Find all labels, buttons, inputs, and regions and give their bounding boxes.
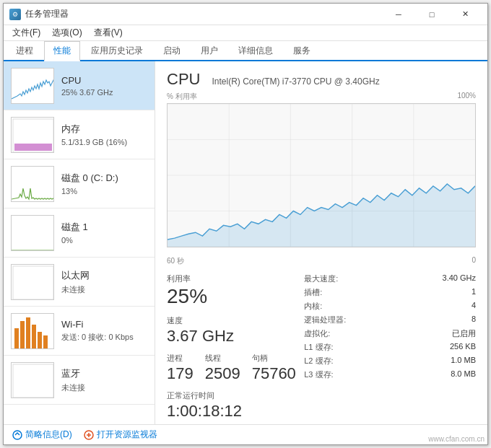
virt-value: 已启用 bbox=[452, 328, 476, 339]
svg-rect-7 bbox=[32, 325, 36, 348]
thread-value: 2509 bbox=[205, 364, 240, 383]
eth-mini-chart bbox=[11, 264, 54, 300]
l2-row: L2 缓存: 1.0 MB bbox=[304, 356, 476, 366]
mem-sidebar-info: 内存 5.1/31.9 GB (16%) bbox=[61, 123, 147, 146]
bt-sidebar-info: 蓝牙 未连接 bbox=[61, 367, 147, 393]
sidebar-item-disk0[interactable]: 磁盘 0 (C: D:) 13% bbox=[4, 159, 155, 208]
monitor-link[interactable]: 打开资源监视器 bbox=[84, 429, 157, 441]
disk1-value: 0% bbox=[61, 236, 147, 245]
wifi-label: Wi-Fi bbox=[61, 319, 147, 330]
sidebar-item-eth[interactable]: 以太网 未连接 bbox=[4, 258, 155, 307]
l3-value: 8.0 MB bbox=[451, 369, 476, 380]
main-panel: CPU Intel(R) Core(TM) i7-3770 CPU @ 3.40… bbox=[155, 61, 487, 424]
lp-value: 8 bbox=[472, 315, 476, 325]
svg-rect-1 bbox=[14, 144, 52, 151]
cpu-sidebar-info: CPU 25% 3.67 GHz bbox=[61, 75, 147, 97]
disk1-mini-chart bbox=[11, 215, 54, 251]
sidebar-item-wifi[interactable]: Wi-Fi 发送: 0 接收: 0 Kbps bbox=[4, 307, 155, 356]
handle-label: 句柄 bbox=[252, 353, 296, 364]
mem-mini-chart bbox=[11, 117, 54, 153]
sidebar-item-disk1[interactable]: 磁盘 1 0% bbox=[4, 208, 155, 258]
l3-label: L3 缓存: bbox=[304, 369, 333, 380]
disk0-sidebar-info: 磁盘 0 (C: D:) 13% bbox=[61, 172, 147, 196]
bt-mini-chart bbox=[11, 362, 54, 398]
wifi-mini-chart bbox=[11, 313, 54, 349]
sockets-label: 插槽: bbox=[304, 287, 322, 298]
sockets-value: 1 bbox=[472, 287, 476, 298]
tab-history[interactable]: 应用历史记录 bbox=[82, 41, 152, 60]
eth-label: 以太网 bbox=[61, 269, 147, 282]
l1-row: L1 缓存: 256 KB bbox=[304, 342, 476, 353]
x-start-label: 60 秒 bbox=[167, 256, 184, 266]
tab-users[interactable]: 用户 bbox=[191, 41, 227, 60]
menu-options[interactable]: 选项(O) bbox=[46, 25, 87, 40]
tab-process[interactable]: 进程 bbox=[6, 41, 43, 60]
l1-label: L1 缓存: bbox=[304, 342, 333, 353]
content-area: CPU 25% 3.67 GHz 内存 5.1/31.9 GB (16%) bbox=[4, 61, 487, 424]
app-icon: ⚙ bbox=[9, 9, 21, 20]
util-label: 利用率 bbox=[167, 273, 304, 284]
stats-col1: 利用率 25% 速度 3.67 GHz 进程 179 线程 bbox=[167, 273, 304, 424]
watermark: www.cfan.com.cn bbox=[428, 435, 485, 443]
utilization-block: 利用率 25% bbox=[167, 273, 304, 308]
menu-bar: 文件(F) 选项(O) 查看(V) bbox=[4, 25, 487, 41]
disk0-value: 13% bbox=[61, 187, 147, 196]
disk0-label: 磁盘 0 (C: D:) bbox=[61, 172, 147, 185]
disk1-label: 磁盘 1 bbox=[61, 221, 147, 234]
bt-label: 蓝牙 bbox=[61, 367, 147, 380]
sidebar-item-bt[interactable]: 蓝牙 未连接 bbox=[4, 356, 155, 405]
max-speed-row: 最大速度: 3.40 GHz bbox=[304, 273, 476, 284]
cpu-value: 25% 3.67 GHz bbox=[61, 88, 147, 97]
disk1-sidebar-info: 磁盘 1 0% bbox=[61, 221, 147, 245]
lp-row: 逻辑处理器: 8 bbox=[304, 315, 476, 325]
procs-row: 进程 179 线程 2509 句柄 75760 bbox=[167, 353, 304, 383]
monitor-label: 打开资源监视器 bbox=[97, 429, 157, 441]
sidebar-item-mem[interactable]: 内存 5.1/31.9 GB (16%) bbox=[4, 110, 155, 159]
uptime-label: 正常运行时间 bbox=[167, 390, 304, 401]
max-speed-label: 最大速度: bbox=[304, 273, 338, 284]
sockets-row: 插槽: 1 bbox=[304, 287, 476, 298]
util-value: 25% bbox=[167, 285, 304, 308]
cpu-label: CPU bbox=[61, 75, 147, 86]
main-header: CPU Intel(R) Core(TM) i7-3770 CPU @ 3.40… bbox=[167, 70, 476, 89]
svg-rect-9 bbox=[43, 335, 48, 348]
tab-performance[interactable]: 性能 bbox=[44, 41, 80, 61]
svg-rect-6 bbox=[26, 317, 30, 348]
bt-value: 未连接 bbox=[61, 382, 147, 393]
summary-icon bbox=[12, 430, 22, 440]
menu-view[interactable]: 查看(V) bbox=[88, 25, 129, 40]
proc-label: 进程 bbox=[167, 353, 194, 364]
close-button[interactable]: ✕ bbox=[448, 4, 482, 25]
thread-block: 线程 2509 bbox=[205, 353, 240, 383]
cpu-chart bbox=[167, 103, 476, 247]
wifi-sidebar-info: Wi-Fi 发送: 0 接收: 0 Kbps bbox=[61, 319, 147, 343]
maximize-button[interactable]: □ bbox=[415, 4, 448, 25]
menu-file[interactable]: 文件(F) bbox=[6, 25, 46, 40]
window-title: 任务管理器 bbox=[25, 8, 382, 20]
tab-services[interactable]: 服务 bbox=[284, 41, 320, 60]
max-speed-value: 3.40 GHz bbox=[443, 273, 476, 284]
svg-rect-8 bbox=[38, 332, 42, 348]
tab-details[interactable]: 详细信息 bbox=[229, 41, 282, 60]
mem-value: 5.1/31.9 GB (16%) bbox=[61, 138, 147, 146]
svg-rect-5 bbox=[20, 321, 25, 348]
title-bar: ⚙ 任务管理器 ─ □ ✕ bbox=[4, 4, 487, 25]
stats-area: 利用率 25% 速度 3.67 GHz 进程 179 线程 bbox=[167, 273, 476, 424]
l3-row: L3 缓存: 8.0 MB bbox=[304, 369, 476, 380]
handle-value: 75760 bbox=[252, 364, 296, 383]
speed-label: 速度 bbox=[167, 315, 304, 326]
sidebar-item-cpu[interactable]: CPU 25% 3.67 GHz bbox=[4, 61, 155, 110]
monitor-icon bbox=[84, 430, 94, 440]
y-axis-label: % 利用率 bbox=[167, 92, 197, 102]
summary-link[interactable]: 简略信息(D) bbox=[12, 429, 72, 441]
main-subtitle: Intel(R) Core(TM) i7-3770 CPU @ 3.40GHz bbox=[212, 76, 379, 87]
sidebar: CPU 25% 3.67 GHz 内存 5.1/31.9 GB (16%) bbox=[4, 61, 155, 424]
wifi-value: 发送: 0 接收: 0 Kbps bbox=[61, 332, 147, 343]
thread-label: 线程 bbox=[205, 353, 240, 364]
cpu-mini-chart bbox=[11, 68, 54, 104]
proc-block: 进程 179 bbox=[167, 353, 194, 383]
window-controls: ─ □ ✕ bbox=[382, 4, 482, 25]
tab-startup[interactable]: 启动 bbox=[154, 41, 190, 60]
minimize-button[interactable]: ─ bbox=[382, 4, 415, 25]
chart-x-labels: 60 秒 0 bbox=[167, 256, 476, 266]
